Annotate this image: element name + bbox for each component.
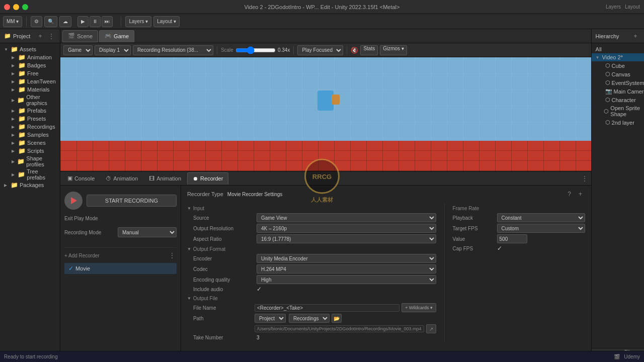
- mute-icon[interactable]: 🔇: [351, 47, 358, 54]
- add-asset-button[interactable]: +: [36, 32, 45, 41]
- playback-select[interactable]: Constant: [497, 213, 585, 222]
- tree-item-recordings[interactable]: ▶ 📁 Recordings: [0, 123, 60, 131]
- tree-item-packages[interactable]: ▶ 📁 Packages: [0, 181, 60, 189]
- minimize-button[interactable]: [13, 4, 19, 10]
- tab-recorder[interactable]: ⏺ Recorder: [187, 172, 228, 185]
- add-hierarchy-button[interactable]: +: [631, 32, 640, 41]
- play-button[interactable]: ▶: [77, 16, 89, 27]
- start-recording-button[interactable]: START RECORDING: [87, 195, 177, 207]
- tab-animation2[interactable]: 🎞 Animation: [144, 172, 186, 185]
- wildcards-button[interactable]: + Wildcards ▾: [401, 303, 436, 312]
- file-name-value[interactable]: <Recorder>_<Take>: [255, 304, 399, 312]
- hierarchy-item-maincamera[interactable]: 📷 Main Camera: [592, 87, 644, 96]
- scene-icon: 🎬: [68, 33, 75, 39]
- project-options-button[interactable]: ⋮: [47, 32, 56, 41]
- tree-item-free[interactable]: ▶ 📁 Free: [0, 69, 60, 77]
- hierarchy-item-eventsystem[interactable]: ⬡ EventSystem: [592, 78, 644, 87]
- cap-fps-row: Cap FPS ✓: [453, 245, 585, 252]
- hierarchy-item-video2[interactable]: ▼ Video 2*: [592, 53, 644, 61]
- value-input[interactable]: [497, 234, 527, 243]
- tab-console[interactable]: ▣ Console: [62, 172, 100, 185]
- tab-animation[interactable]: ⏱ Animation: [101, 172, 143, 185]
- tree-item-other-graphics[interactable]: ▶ 📁 Other graphics: [0, 94, 60, 107]
- close-button[interactable]: [4, 4, 10, 10]
- tree-item-assets[interactable]: ▼ 📁 Assets: [0, 45, 60, 53]
- output-res-select[interactable]: 4K – 2160p: [257, 224, 436, 233]
- window-title: Video 2 - 2DGodotIntro - WP... Edit - Un…: [245, 4, 400, 10]
- encoder-select[interactable]: Unity Media Encoder: [257, 254, 436, 263]
- layers-dropdown[interactable]: Layers ▾: [125, 16, 151, 27]
- maximize-button[interactable]: [22, 4, 28, 10]
- hierarchy-item-character[interactable]: ⬡ Character: [592, 96, 644, 104]
- resolution-select[interactable]: Recording Resolution (38...: [133, 45, 213, 55]
- display-select[interactable]: Display 1: [95, 45, 131, 55]
- movie-recorder-label: Movie: [75, 265, 90, 272]
- record-button[interactable]: [64, 192, 83, 210]
- play-focused-select[interactable]: Play Focused: [297, 45, 343, 55]
- gizmos-btn[interactable]: Gizmos ▾: [380, 45, 407, 55]
- window-controls[interactable]: [4, 4, 28, 10]
- hierarchy-item-open-sprite-shape[interactable]: ⬡ Open Sprite Shape: [592, 104, 644, 118]
- path-recordings-select[interactable]: Recordings: [289, 314, 330, 323]
- settings-add-button[interactable]: +: [576, 190, 585, 199]
- encoding-quality-select[interactable]: High: [257, 275, 436, 284]
- tree-item-scripts[interactable]: ▶ 📁 Scripts: [0, 147, 60, 155]
- badges-label: Badges: [27, 62, 46, 68]
- tab-game[interactable]: 🎮 Game: [99, 30, 134, 42]
- tree-item-materials[interactable]: ▶ 📁 Materials: [0, 85, 60, 94]
- hierarchy-actions[interactable]: + ⋮: [631, 32, 644, 41]
- animation-icon: ⏱: [106, 175, 111, 182]
- bottom-tab-bar: ▣ Console ⏱ Animation 🎞 Animation ⏺ Reco…: [60, 171, 591, 186]
- tree-item-animation[interactable]: ▶ 📁 Animation: [0, 53, 60, 61]
- playback-row: Playback Constant: [453, 213, 585, 222]
- tree-item-badges[interactable]: ▶ 📁 Badges: [0, 61, 60, 69]
- viewport-toolbar: Game Display 1 Recording Resolution (38.…: [60, 43, 591, 57]
- codec-label: Codec: [187, 266, 253, 272]
- console-icon: ▣: [67, 175, 72, 182]
- add-recorder-button[interactable]: + Add Recorder: [64, 253, 100, 258]
- cap-fps-check[interactable]: ✓: [497, 245, 502, 252]
- tree-item-samples[interactable]: ▶ 📁 Samples: [0, 131, 60, 139]
- bottom-options-button[interactable]: ⋮: [580, 174, 589, 183]
- exit-play-mode-label: Exit Play Mode: [64, 216, 115, 221]
- tree-item-shape-profiles[interactable]: ▶ 📁 Shape profiles: [0, 155, 60, 168]
- tab-scene[interactable]: 🎬 Scene: [62, 30, 98, 42]
- tree-item-scenes[interactable]: ▶ 📁 Scenes: [0, 139, 60, 147]
- output-file-section: ▼ Output File: [187, 296, 436, 301]
- collab-btn[interactable]: ☁: [59, 16, 71, 27]
- tree-item-presets[interactable]: ▶ 📁 Presets: [0, 115, 60, 123]
- project-actions[interactable]: + ⋮: [36, 32, 56, 41]
- browse-button[interactable]: 📂: [332, 314, 342, 323]
- tree-item-prefabs[interactable]: ▶ 📁 Prefabs: [0, 107, 60, 115]
- hierarchy-item-2nd-layer[interactable]: ⬡ 2nd layer: [592, 118, 644, 127]
- hierarchy-item-canvas[interactable]: ⬡ Canvas: [592, 70, 644, 78]
- hierarchy-item-cube[interactable]: ⬡ Cube: [592, 61, 644, 70]
- recording-mode-select[interactable]: Manual: [118, 227, 177, 237]
- movie-recorder-item[interactable]: ✓ Movie: [64, 263, 177, 274]
- settings-help-button[interactable]: ?: [565, 190, 574, 199]
- scale-slider[interactable]: [235, 47, 276, 54]
- open-folder-button[interactable]: ↗: [426, 324, 436, 333]
- free-label: Free: [27, 70, 39, 76]
- eventsystem-icon: ⬡: [605, 79, 610, 86]
- search-btn[interactable]: 🔍: [44, 16, 57, 27]
- codec-select[interactable]: H.264 MP4: [257, 264, 436, 274]
- source-select[interactable]: Game View: [257, 213, 436, 222]
- pause-button[interactable]: ⏸: [90, 16, 101, 27]
- hierarchy-options-button[interactable]: ⋮: [642, 32, 644, 41]
- layout-dropdown[interactable]: Layout ▾: [153, 16, 180, 27]
- hierarchy-item-all[interactable]: All: [592, 45, 644, 53]
- aspect-ratio-select[interactable]: 16:9 (1.7778): [257, 234, 436, 243]
- recorder-options-button[interactable]: ⋮: [168, 251, 177, 260]
- game-view-select[interactable]: Game: [63, 45, 93, 55]
- path-project-select[interactable]: Project: [255, 314, 286, 323]
- target-fps-select[interactable]: Custom: [497, 224, 585, 233]
- project-settings[interactable]: ⚙: [31, 16, 42, 27]
- mm-menu[interactable]: MM ▾: [3, 16, 22, 27]
- tree-item-tree-prefabs[interactable]: ▶ 📁 Tree prefabs: [0, 168, 60, 181]
- frame-rate-section-label: Frame Rate: [453, 206, 585, 211]
- include-audio-check[interactable]: ✓: [257, 286, 262, 293]
- tree-item-leantween[interactable]: ▶ 📁 LeanTween: [0, 77, 60, 85]
- step-button[interactable]: ⏭: [102, 16, 113, 27]
- stats-btn[interactable]: Stats: [360, 45, 378, 55]
